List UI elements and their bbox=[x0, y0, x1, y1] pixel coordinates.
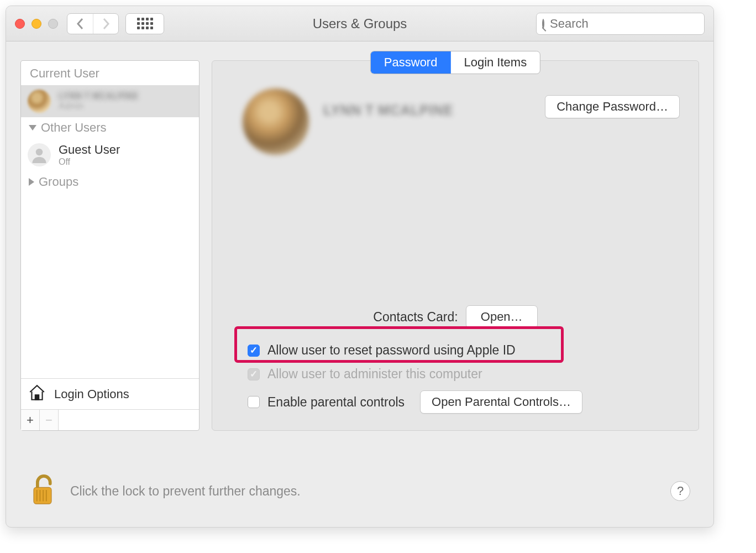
minimize-window-icon[interactable] bbox=[32, 19, 41, 29]
footer-text: Click the lock to prevent further change… bbox=[70, 484, 301, 499]
change-password-button[interactable]: Change Password… bbox=[545, 95, 680, 118]
parental-label: Enable parental controls bbox=[267, 395, 405, 410]
chevron-down-icon bbox=[29, 125, 36, 131]
titlebar: Users & Groups bbox=[6, 6, 713, 41]
nav-back-forward bbox=[67, 13, 119, 34]
current-user-name: LYNN T MCALPINE bbox=[59, 91, 138, 101]
help-button[interactable]: ? bbox=[670, 481, 690, 501]
allow-admin-label: Allow user to administer this computer bbox=[267, 367, 482, 382]
profile-user-name: LYNN T MCALPINE bbox=[323, 102, 453, 119]
contacts-card-row: Contacts Card: Open… bbox=[240, 305, 671, 328]
sidebar-other-label: Other Users bbox=[41, 121, 107, 135]
zoom-window-icon bbox=[48, 19, 58, 29]
account-options: Contacts Card: Open… Allow user to reset… bbox=[212, 296, 699, 414]
search-icon bbox=[542, 19, 544, 29]
guest-avatar-icon bbox=[28, 143, 51, 166]
back-button[interactable] bbox=[67, 14, 93, 34]
lock-icon[interactable] bbox=[29, 472, 56, 510]
allow-reset-row[interactable]: Allow user to reset password using Apple… bbox=[248, 343, 671, 358]
svg-point-0 bbox=[36, 149, 43, 156]
allow-reset-label: Allow user to reset password using Apple… bbox=[267, 343, 516, 358]
search-input[interactable] bbox=[549, 16, 703, 32]
sidebar-current-user[interactable]: LYNN T MCALPINE Admin bbox=[21, 85, 199, 117]
remove-user-button: − bbox=[40, 410, 59, 430]
login-options-label: Login Options bbox=[54, 387, 129, 401]
user-detail-panel: Password Login Items LYNN T MCALPINE Cha… bbox=[212, 60, 699, 431]
show-all-button[interactable] bbox=[125, 13, 164, 34]
sidebar-other-users-header[interactable]: Other Users bbox=[21, 117, 199, 138]
search-field[interactable] bbox=[536, 13, 705, 35]
users-sidebar: Current User LYNN T MCALPINE Admin Other… bbox=[20, 60, 200, 431]
panel-tabs: Password Login Items bbox=[370, 51, 540, 74]
close-window-icon[interactable] bbox=[15, 19, 25, 29]
grid-icon bbox=[137, 18, 153, 29]
tab-login-items[interactable]: Login Items bbox=[450, 51, 540, 74]
window-controls bbox=[15, 19, 58, 29]
sidebar-guest-user[interactable]: Guest User Off bbox=[21, 138, 199, 171]
sidebar-groups-label: Groups bbox=[39, 175, 78, 189]
guest-user-name: Guest User bbox=[59, 143, 120, 157]
sidebar-current-header: Current User bbox=[21, 61, 199, 85]
forward-button bbox=[93, 14, 118, 34]
chevron-right-icon bbox=[29, 178, 34, 186]
avatar-icon bbox=[28, 90, 51, 113]
login-options-row[interactable]: Login Options bbox=[21, 378, 199, 409]
preferences-window: Users & Groups Current User LYNN T MCALP… bbox=[6, 6, 714, 528]
checkbox-parental[interactable] bbox=[248, 396, 260, 408]
open-parental-controls-button[interactable]: Open Parental Controls… bbox=[420, 390, 582, 414]
parental-controls-row: Enable parental controls Open Parental C… bbox=[248, 390, 671, 414]
svg-rect-1 bbox=[35, 395, 39, 400]
user-avatar-icon[interactable] bbox=[243, 88, 309, 155]
current-user-role: Admin bbox=[59, 101, 138, 111]
guest-user-status: Off bbox=[59, 157, 120, 167]
home-icon bbox=[28, 383, 46, 405]
add-user-button[interactable]: + bbox=[21, 410, 40, 430]
checkbox-allow-reset[interactable] bbox=[248, 345, 260, 357]
footer: Click the lock to prevent further change… bbox=[6, 455, 713, 527]
allow-admin-row: Allow user to administer this computer bbox=[248, 367, 671, 382]
sidebar-footer-buttons: + − bbox=[21, 409, 199, 430]
sidebar-groups-header[interactable]: Groups bbox=[21, 171, 199, 192]
contacts-card-label: Contacts Card: bbox=[373, 310, 458, 325]
open-contacts-card-button[interactable]: Open… bbox=[466, 305, 538, 328]
checkbox-allow-admin bbox=[248, 368, 260, 380]
tab-password[interactable]: Password bbox=[371, 51, 451, 74]
